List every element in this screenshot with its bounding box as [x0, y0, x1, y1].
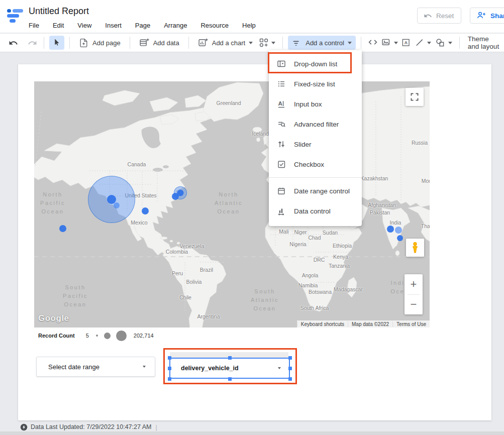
attribution-keyboard-shortcuts[interactable]: Keyboard shortcuts — [297, 321, 348, 327]
menu-item-label: Drop-down list — [294, 60, 337, 68]
menu-item-fixed-size-list[interactable]: Fixed-size list — [269, 74, 362, 94]
data-studio-logo-icon[interactable] — [7, 8, 23, 24]
map-label-afghanistan: Afghanistan — [368, 202, 395, 208]
selection-handle[interactable] — [228, 356, 232, 360]
undo-button[interactable] — [7, 36, 20, 49]
map-bubble[interactable] — [397, 235, 403, 241]
select-tool-button[interactable] — [49, 36, 64, 50]
chevron-down-icon — [394, 42, 398, 44]
menu-item-drop-down-list[interactable]: Drop-down list — [269, 54, 362, 74]
dropdown-list-icon — [277, 59, 286, 68]
map-label-brazil: Brazil — [200, 267, 213, 273]
slider-icon — [277, 140, 286, 149]
geo-bubble-map-chart[interactable]: North Pacific OceanNorth Atlantic OceanS… — [34, 81, 430, 328]
menu-bar: FileEditViewInsertPageArrangeResourceHel… — [29, 20, 269, 31]
map-label-colombia: Colombia — [166, 249, 188, 255]
menu-item-insert[interactable]: Insert — [105, 20, 128, 31]
attribution-terms-of-use[interactable]: Terms of Use — [392, 321, 430, 327]
person-add-icon — [476, 11, 486, 21]
map-bubble[interactable] — [387, 226, 394, 233]
attribution-map-data-2022[interactable]: Map data ©2022 — [348, 321, 392, 327]
selection-handle[interactable] — [288, 367, 292, 370]
add-data-button[interactable]: Add data — [135, 36, 183, 50]
map-attribution: Keyboard shortcutsMap data ©2022Terms of… — [297, 320, 430, 328]
toolbar-separator — [282, 37, 283, 49]
selection-handle[interactable] — [168, 367, 171, 370]
menu-item-input-box[interactable]: AInput box — [269, 94, 362, 114]
theme-and-layout-button[interactable]: Theme and layout — [465, 35, 504, 50]
map-label-namibia: Namibia — [298, 282, 318, 288]
menu-item-page[interactable]: Page — [135, 20, 157, 31]
menu-item-advanced-filter[interactable]: Advanced filter — [269, 114, 362, 134]
map-bubble[interactable] — [59, 225, 66, 232]
toolbar-separator — [459, 37, 460, 49]
map-label-peru: Peru — [172, 270, 183, 276]
dropdown-control-delivery-vehicle-id[interactable]: delivery_vehicle_id — [169, 358, 290, 379]
map-bubble[interactable] — [142, 207, 149, 214]
menu-item-date-range-control[interactable]: Date range control — [269, 181, 362, 201]
map-bubble[interactable] — [172, 193, 179, 200]
embed-button[interactable] — [366, 36, 379, 49]
legend-dot-medium — [104, 333, 111, 339]
map-label-drc: DRC — [314, 257, 325, 263]
menu-item-data-control[interactable]: Data control — [269, 201, 362, 221]
menu-item-edit[interactable]: Edit — [53, 20, 70, 31]
selection-handle[interactable] — [168, 356, 171, 360]
menu-item-help[interactable]: Help — [242, 20, 262, 31]
add-chart-button[interactable]: Add a chart — [194, 36, 257, 50]
redo-button[interactable] — [26, 36, 39, 49]
map-label-mexico: Mexico — [131, 220, 147, 226]
selection-handle[interactable] — [168, 377, 171, 381]
map-label-niger: Niger — [294, 229, 307, 235]
menu-item-arrange[interactable]: Arrange — [164, 20, 193, 31]
menu-item-slider[interactable]: Slider — [269, 134, 362, 154]
report-canvas[interactable]: North Pacific OceanNorth Atlantic OceanS… — [18, 64, 491, 420]
chevron-down-icon — [271, 42, 275, 44]
redo-icon — [28, 38, 37, 48]
selection-handle[interactable] — [228, 377, 232, 381]
menu-item-resource[interactable]: Resource — [200, 20, 235, 31]
menu-item-file[interactable]: File — [29, 20, 46, 31]
map-label-greenland: Greenland — [216, 100, 241, 106]
undo-icon — [9, 38, 18, 48]
menu-item-view[interactable]: View — [77, 20, 98, 31]
reset-label: Reset — [436, 12, 454, 20]
map-label-india: India — [390, 220, 401, 226]
map-fullscreen-button[interactable] — [406, 88, 424, 106]
map-label-russia: Russia — [412, 140, 428, 146]
add-a-control-button[interactable]: Add a control — [288, 36, 356, 50]
google-watermark: Google — [38, 313, 69, 323]
reset-button[interactable]: Reset — [417, 8, 461, 24]
community-visualizations-button[interactable] — [257, 36, 277, 50]
map-label-chad: Chad — [308, 235, 321, 241]
insert-text-button[interactable]: A — [400, 36, 413, 49]
insert-image-button[interactable] — [379, 36, 400, 50]
shape-tool-icon — [435, 38, 446, 48]
map-label-argentina: Argentina — [197, 313, 220, 319]
map-label-nigeria: Nigeria — [289, 241, 306, 247]
insert-line-button[interactable] — [413, 36, 433, 50]
menu-item-checkbox[interactable]: Checkbox — [269, 154, 362, 174]
zoom-in-button[interactable]: + — [405, 275, 423, 294]
share-button[interactable]: Share — [470, 8, 504, 24]
add-page-label: Add page — [92, 39, 121, 47]
chevron-down-icon — [348, 42, 352, 44]
selection-handle[interactable] — [288, 356, 292, 360]
cursor-icon — [52, 38, 61, 47]
map-bubble[interactable] — [114, 202, 120, 208]
add-page-button[interactable]: Add page — [75, 36, 125, 50]
map-label-south-africa: South Africa — [300, 305, 329, 311]
street-view-pegman-button[interactable] — [406, 239, 424, 257]
map-label-kenya: Kenya — [333, 254, 348, 260]
zoom-out-button[interactable]: − — [405, 295, 423, 314]
report-title[interactable]: Untitled Report — [29, 6, 89, 17]
map-bubble[interactable] — [395, 227, 402, 234]
add-chart-label: Add a chart — [212, 39, 246, 47]
date-range-control[interactable]: Select date range — [36, 357, 155, 377]
menu-item-label: Fixed-size list — [294, 80, 335, 88]
add-chart-icon — [198, 38, 208, 48]
ocean-label-south-pacific-ocean: South Pacific Ocean — [63, 283, 88, 309]
legend-max-value: 202,714 — [134, 333, 154, 339]
insert-shape-button[interactable] — [433, 36, 454, 50]
selection-handle[interactable] — [288, 377, 292, 381]
